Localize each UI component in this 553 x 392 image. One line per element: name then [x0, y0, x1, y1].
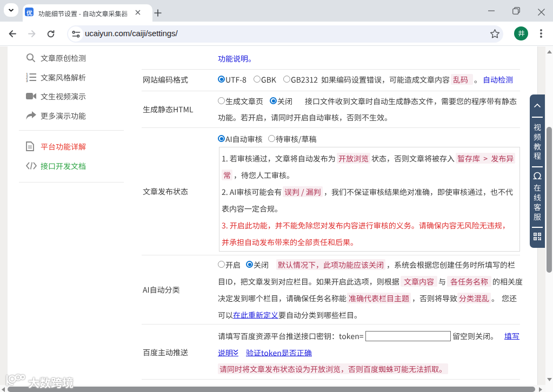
svg-text:3: 3 — [26, 79, 28, 83]
